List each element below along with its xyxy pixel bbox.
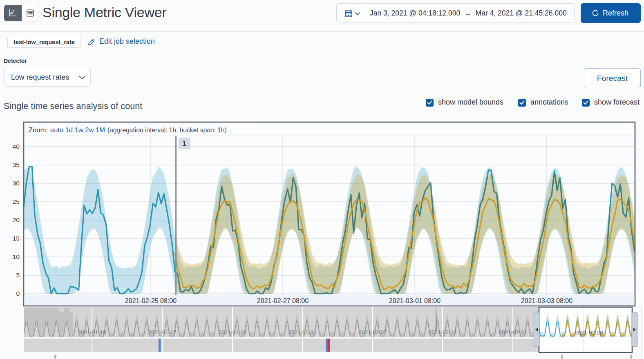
svg-text:2021-02-14: 2021-02-14 <box>428 329 457 335</box>
svg-text:5: 5 <box>16 272 20 279</box>
svg-text:2021-02-07: 2021-02-07 <box>358 329 387 335</box>
svg-text:2021-01-10: 2021-01-10 <box>78 329 106 335</box>
svg-text:2021-01-24: 2021-01-24 <box>218 329 247 335</box>
svg-text:Zoom:: Zoom: <box>29 126 48 134</box>
svg-text:40: 40 <box>13 143 20 150</box>
svg-text:20: 20 <box>13 216 20 223</box>
svg-text:0: 0 <box>16 290 20 297</box>
svg-text:2021-02-25 08:00: 2021-02-25 08:00 <box>125 297 177 304</box>
svg-text:2021-02-28: 2021-02-28 <box>575 330 603 336</box>
svg-text:auto 1d 1w 2w 1M: auto 1d 1w 2w 1M <box>50 126 105 134</box>
svg-text:2021-02-27 08:00: 2021-02-27 08:00 <box>257 297 309 304</box>
svg-text:2021-02-21: 2021-02-21 <box>499 329 527 335</box>
svg-text:25: 25 <box>13 198 20 205</box>
svg-text:2021-03-03 08:00: 2021-03-03 08:00 <box>521 297 572 304</box>
svg-text:2021-01-17: 2021-01-17 <box>148 329 176 335</box>
svg-text:35: 35 <box>13 161 20 168</box>
svg-text:30: 30 <box>13 180 20 187</box>
svg-text:1: 1 <box>183 140 186 147</box>
svg-text:2021-01-31: 2021-01-31 <box>288 329 316 335</box>
svg-text:2021-03-01 08:00: 2021-03-01 08:00 <box>389 297 441 304</box>
svg-text:10: 10 <box>13 253 20 260</box>
svg-text:15: 15 <box>13 235 20 242</box>
svg-text:(aggregation interval: 1h, buc: (aggregation interval: 1h, bucket span: … <box>107 127 227 134</box>
